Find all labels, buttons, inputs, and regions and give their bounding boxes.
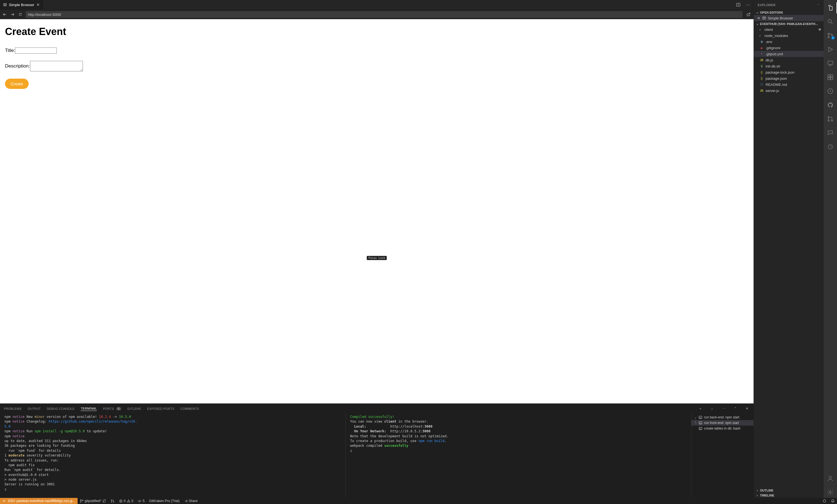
description-textarea[interactable]	[30, 61, 83, 71]
panel-maximize-icon[interactable]: ⌃	[732, 407, 738, 410]
folder-item[interactable]: ›node_modules	[754, 33, 824, 39]
activity-gitpod-icon[interactable]	[824, 141, 837, 152]
svg-rect-11	[828, 75, 830, 77]
panel-tab-exposed-ports[interactable]: EXPOSED PORTS	[147, 407, 174, 411]
focus-lock-badge: Focus Lock	[367, 256, 387, 260]
svg-point-7	[828, 33, 830, 35]
panel-close-icon[interactable]: ✕	[744, 407, 750, 410]
tab-close-icon[interactable]: ✕	[36, 2, 40, 7]
svg-point-20	[830, 491, 831, 493]
antenna-icon	[138, 499, 142, 503]
file-item[interactable]: ⚙.env	[754, 39, 824, 45]
status-gitkraken[interactable]: GitKraken Pro (Trial)	[147, 498, 182, 504]
preview-icon	[3, 2, 7, 7]
file-item[interactable]: {}package.json	[754, 75, 824, 81]
panel-tab-terminal[interactable]: TERMINAL	[81, 406, 97, 411]
activity-explorer-icon[interactable]	[824, 2, 837, 13]
status-branch[interactable]: gitpodified*	[77, 498, 108, 504]
status-remote-host[interactable]: SSH: pawlean-eventhub-xao4ff6k9gu.vss.gi…	[0, 498, 77, 504]
activity-run-debug-icon[interactable]	[824, 44, 837, 55]
activity-accounts-icon[interactable]	[824, 473, 837, 484]
outline-section[interactable]: › OUTLINE	[754, 488, 824, 493]
error-icon	[119, 499, 123, 503]
create-button[interactable]: Create	[5, 79, 29, 89]
activity-pull-requests-icon[interactable]	[824, 113, 837, 125]
editor-tab-bar: Simple Browser ✕ ⋯	[0, 0, 753, 10]
activity-search-icon[interactable]	[824, 16, 837, 27]
status-problems[interactable]: 0 0	[117, 498, 136, 504]
file-item[interactable]: ⓘREADME.md	[754, 81, 824, 88]
panel-tab-output[interactable]: OUTPUT	[28, 407, 41, 411]
browser-back-icon[interactable]	[2, 12, 7, 17]
svg-point-17	[828, 120, 830, 122]
file-type-icon: !	[760, 52, 764, 56]
new-terminal-icon[interactable]: ＋	[697, 407, 703, 411]
terminal-task-item[interactable]: ┌run back-end: npm start	[691, 414, 753, 420]
status-ports[interactable]: 5	[136, 498, 147, 504]
page-heading: Create Event	[5, 26, 749, 38]
file-item[interactable]: $init-db.sh	[754, 63, 824, 69]
svg-point-18	[832, 120, 833, 122]
more-actions-icon[interactable]: ⋯	[745, 2, 751, 8]
workspace-section[interactable]: ⌄ EVENTHUB [SSH: PAWLEAN-EVENTH...	[754, 21, 824, 26]
split-editor-icon[interactable]	[735, 2, 741, 8]
activity-source-control-icon[interactable]: 1	[824, 30, 837, 41]
svg-point-21	[81, 500, 81, 500]
open-external-icon[interactable]	[745, 12, 751, 18]
activity-gitlens-icon[interactable]	[824, 86, 837, 97]
tab-simple-browser[interactable]: Simple Browser ✕	[0, 0, 43, 10]
preview-icon	[762, 16, 766, 20]
file-type-icon: $	[760, 64, 764, 68]
activity-remote-explorer-icon[interactable]	[824, 58, 837, 69]
panel-tab-problems[interactable]: PROBLEMS	[4, 407, 22, 411]
svg-rect-14	[831, 75, 833, 77]
browser-forward-icon[interactable]	[10, 12, 15, 17]
activity-extensions-icon[interactable]	[824, 72, 837, 83]
terminal-task-item[interactable]: └run front-end: npm start	[691, 420, 753, 426]
activity-settings-icon[interactable]	[824, 487, 837, 498]
terminal-task-item[interactable]: create tables in db: bash	[691, 426, 753, 431]
folder-item[interactable]: ›client	[754, 26, 824, 33]
activity-chat-icon[interactable]	[824, 127, 837, 138]
panel-tab-gitlens[interactable]: GITLENS	[127, 407, 141, 411]
open-editors-section[interactable]: ⌄ OPEN EDITORS	[754, 10, 824, 15]
svg-point-8	[828, 37, 830, 38]
explorer-more-icon[interactable]: ⋯	[817, 3, 820, 7]
terminal-icon	[698, 421, 702, 425]
chevron-right-icon: ›	[760, 34, 763, 38]
status-share[interactable]: Share	[182, 498, 200, 504]
modified-dot-icon	[819, 29, 821, 31]
terminal-task-list: ┌run back-end: npm start└run front-end: …	[691, 413, 753, 498]
chevron-down-icon: ⌄	[755, 11, 759, 14]
panel-tab-comments[interactable]: COMMENTS	[180, 407, 199, 411]
close-icon[interactable]: ✕	[756, 16, 761, 20]
file-item[interactable]: {}package-lock.json	[754, 69, 824, 75]
browser-url-input[interactable]	[25, 11, 743, 18]
title-input[interactable]	[15, 48, 57, 54]
terminal-pane-left[interactable]: npm notice New minor version of npm avai…	[0, 413, 345, 498]
svg-point-26	[113, 502, 114, 502]
terminal-icon	[698, 415, 702, 419]
file-type-icon: ⚙	[760, 39, 764, 44]
status-gitpod-icon[interactable]	[820, 498, 829, 504]
activity-bar: 1	[824, 0, 837, 498]
activity-github-icon[interactable]	[824, 99, 837, 111]
timeline-section[interactable]: › TIMELINE	[754, 493, 824, 498]
file-item[interactable]: JSdb.js	[754, 57, 824, 63]
svg-rect-10	[828, 61, 833, 64]
panel-more-icon[interactable]: ⋯	[721, 407, 726, 410]
browser-toolbar	[0, 10, 753, 19]
file-item[interactable]: !.gitpod.yml	[754, 51, 824, 57]
status-gitlens-icon[interactable]	[108, 498, 117, 504]
chevron-right-icon: ›	[760, 27, 763, 32]
status-bell-icon[interactable]	[829, 498, 837, 504]
terminal-dropdown-icon[interactable]: ⌄	[709, 407, 715, 410]
file-item[interactable]: JSserver.js	[754, 88, 824, 94]
file-item[interactable]: ◆.gitignore	[754, 45, 824, 51]
browser-page: Create Event Title: Description: Create …	[0, 19, 753, 404]
browser-reload-icon[interactable]	[18, 12, 23, 17]
panel-tab-debug[interactable]: DEBUG CONSOLE	[47, 407, 75, 411]
terminal-pane-right[interactable]: Compiled successfully!You can now view c…	[345, 413, 691, 498]
open-editor-item[interactable]: ✕ Simple Browser	[754, 15, 824, 21]
panel-tab-ports[interactable]: PORTS 5	[103, 407, 121, 411]
